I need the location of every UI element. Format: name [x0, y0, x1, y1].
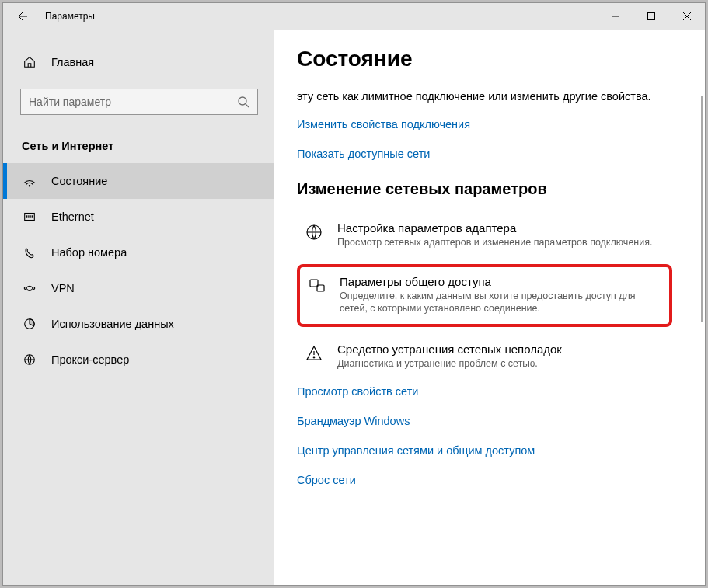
- item-title: Средство устранения сетевых неполадок: [337, 343, 562, 356]
- window-body: Главная Сеть и Интернет: [3, 30, 705, 585]
- sidebar-item-proxy[interactable]: Прокси-сервер: [3, 342, 274, 378]
- warning-icon: [303, 343, 325, 363]
- sidebar-item-dialup[interactable]: Набор номера: [3, 235, 274, 270]
- back-button[interactable]: [3, 3, 40, 30]
- page-title: Состояние: [297, 47, 672, 71]
- search-icon: [237, 96, 249, 108]
- svg-point-1: [239, 97, 246, 105]
- home-link[interactable]: Главная: [3, 45, 274, 79]
- sidebar-item-ethernet[interactable]: Ethernet: [3, 199, 274, 235]
- sidebar-item-label: Ethernet: [51, 210, 94, 223]
- sidebar-item-label: Использование данных: [51, 318, 174, 330]
- item-sharing-settings[interactable]: Параметры общего доступа Определите, к к…: [297, 264, 672, 327]
- maximize-button[interactable]: [633, 3, 669, 30]
- sidebar-item-vpn[interactable]: VPN: [3, 270, 274, 306]
- close-button[interactable]: [669, 3, 705, 30]
- window-title: Параметры: [40, 11, 95, 22]
- home-icon: [22, 55, 37, 69]
- svg-point-2: [29, 186, 30, 186]
- minimize-button[interactable]: [598, 3, 633, 30]
- item-desc: Просмотр сетевых адаптеров и изменение п…: [337, 236, 652, 249]
- scroll-thumb[interactable]: [701, 96, 703, 322]
- status-icon: [22, 174, 37, 188]
- intro-text: эту сеть как лимитное подключение или из…: [297, 89, 672, 104]
- sidebar-item-datausage[interactable]: Использование данных: [3, 306, 274, 342]
- link-show-networks[interactable]: Показать доступные сети: [297, 148, 672, 160]
- scrollbar[interactable]: [702, 30, 705, 585]
- search-input[interactable]: [29, 96, 237, 108]
- settings-window: Параметры Главная: [2, 2, 706, 586]
- window-controls: [598, 3, 705, 30]
- globe-icon: [303, 221, 325, 242]
- item-content: Настройка параметров адаптера Просмотр с…: [337, 221, 652, 249]
- item-troubleshoot[interactable]: Средство устранения сетевых неполадок Ди…: [297, 336, 672, 378]
- titlebar: Параметры: [3, 3, 705, 30]
- item-content: Средство устранения сетевых неполадок Ди…: [337, 343, 562, 370]
- svg-rect-0: [648, 13, 655, 20]
- proxy-icon: [22, 353, 37, 367]
- dialup-icon: [22, 245, 37, 259]
- sidebar-item-label: Состояние: [51, 175, 107, 187]
- item-title: Параметры общего доступа: [340, 275, 663, 288]
- link-network-reset[interactable]: Сброс сети: [297, 474, 672, 486]
- sharing-icon: [306, 275, 327, 295]
- main-content: Состояние эту сеть как лимитное подключе…: [274, 30, 705, 585]
- sidebar-item-label: Прокси-сервер: [51, 353, 129, 366]
- home-label: Главная: [51, 56, 94, 68]
- item-desc: Определите, к каким данным вы хотите пре…: [340, 290, 663, 315]
- sidebar: Главная Сеть и Интернет: [3, 30, 274, 585]
- search-box[interactable]: [20, 89, 258, 115]
- item-title: Настройка параметров адаптера: [337, 221, 652, 235]
- svg-point-11: [313, 357, 315, 358]
- link-network-center[interactable]: Центр управления сетями и общим доступом: [297, 444, 672, 457]
- item-desc: Диагностика и устранение проблем с сетью…: [337, 357, 562, 370]
- sidebar-item-status[interactable]: Состояние: [3, 163, 274, 199]
- category-heading: Сеть и Интернет: [3, 134, 274, 163]
- vpn-icon: [22, 281, 37, 295]
- data-usage-icon: [22, 317, 37, 331]
- sidebar-item-label: Набор номера: [51, 246, 127, 259]
- item-content: Параметры общего доступа Определите, к к…: [340, 275, 663, 315]
- link-change-properties[interactable]: Изменить свойства подключения: [297, 118, 672, 130]
- item-adapter-settings[interactable]: Настройка параметров адаптера Просмотр с…: [297, 215, 672, 256]
- ethernet-icon: [22, 210, 37, 224]
- section-heading: Изменение сетевых параметров: [297, 180, 672, 198]
- link-firewall[interactable]: Брандмауэр Windows: [297, 415, 672, 427]
- link-network-properties[interactable]: Просмотр свойств сети: [297, 385, 672, 398]
- sidebar-item-label: VPN: [51, 282, 75, 294]
- content-scroll: эту сеть как лимитное подключение или из…: [297, 89, 672, 585]
